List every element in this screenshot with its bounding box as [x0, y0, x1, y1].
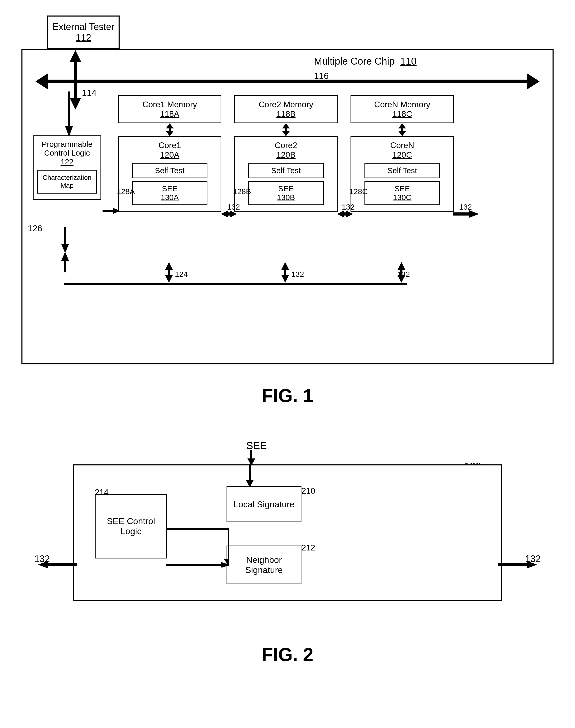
- neighbor-sig-ref: 212: [301, 543, 315, 553]
- see-title-label: SEE: [246, 440, 267, 452]
- svg-marker-53: [222, 562, 230, 567]
- svg-marker-14: [166, 131, 174, 136]
- coren-selftest-box: Self Test: [365, 163, 440, 178]
- ref-132-4: 132: [291, 270, 304, 278]
- svg-marker-20: [398, 131, 406, 136]
- coren-mem-to-core-arrow: [398, 123, 406, 136]
- ref-132-3: 132: [459, 203, 472, 211]
- bottom-bus-line: [64, 282, 407, 287]
- see2-to-seen-arrow: [337, 210, 353, 218]
- fig1-label: FIG. 1: [21, 385, 554, 406]
- core2-mem-to-core-arrow: [282, 123, 290, 136]
- pcl-label: Programmable Control Logic: [37, 140, 97, 157]
- svg-rect-11: [64, 260, 66, 272]
- pcl-down-arrow: [61, 227, 69, 253]
- chip-title: Multiple Core Chip 110: [314, 56, 417, 67]
- core2-selftest-box: Self Test: [248, 163, 324, 178]
- ref-132-2: 132: [342, 203, 354, 211]
- svg-marker-44: [246, 480, 253, 487]
- fig2-132-right: 132: [525, 554, 541, 564]
- svg-marker-18: [398, 123, 406, 128]
- core1-mem-to-core-arrow: [166, 123, 174, 136]
- svg-rect-6: [68, 92, 70, 132]
- svg-rect-1: [48, 79, 527, 83]
- svg-marker-15: [282, 123, 290, 128]
- svg-rect-19: [401, 128, 403, 131]
- coren-see-box: SEE 130C: [365, 181, 440, 205]
- svg-marker-22: [113, 208, 120, 214]
- see-to-local-sig-arrow: [246, 465, 253, 487]
- svg-rect-4: [74, 61, 77, 98]
- svg-rect-16: [285, 128, 287, 131]
- neighbor-connect-h: [166, 562, 230, 567]
- seen-right-arrow: [453, 210, 479, 218]
- control-to-neighbor-sig-line: [167, 516, 229, 566]
- svg-marker-25: [230, 210, 237, 218]
- coren-box: CoreN 120C Self Test SEE 130C: [350, 136, 454, 212]
- fig2-label: FIG. 2: [21, 644, 554, 665]
- svg-marker-37: [398, 262, 405, 270]
- external-tester-box: External Tester 112: [47, 15, 120, 49]
- see-control-logic-box: SEE Control Logic: [95, 494, 167, 559]
- bus-116-arrow: [35, 72, 540, 91]
- core1-bottom-arrow: [165, 262, 173, 283]
- local-sig-ref: 210: [301, 486, 315, 496]
- see-control-ref: 214: [95, 487, 108, 497]
- pcl-to-bus-line: [65, 92, 73, 137]
- coren-bottom-arrow: [398, 262, 405, 283]
- svg-rect-40: [64, 283, 407, 285]
- svg-rect-47: [498, 563, 528, 566]
- svg-rect-13: [169, 128, 171, 131]
- bus-116-label: 116: [314, 71, 329, 81]
- svg-marker-30: [469, 210, 479, 218]
- svg-rect-46: [47, 563, 77, 566]
- core1-box: Core1 120A Self Test SEE 130A: [118, 136, 222, 212]
- svg-marker-28: [346, 210, 353, 218]
- core2-box: Core2 120B Self Test SEE 130B: [234, 136, 338, 212]
- core1-memory-box: Core1 Memory 118A: [118, 95, 222, 123]
- local-sig-box: Local Signature: [227, 486, 301, 522]
- ref-128c: 128C: [349, 187, 368, 196]
- see-title-arrow: [247, 450, 255, 466]
- core1-see-box: SEE 130A: [132, 181, 208, 205]
- svg-marker-34: [281, 262, 289, 270]
- svg-marker-2: [527, 73, 540, 90]
- see1-to-see2-arrow: [221, 210, 237, 218]
- ref-124: 124: [175, 270, 188, 278]
- pcl-box: Programmable Control Logic 122 Character…: [33, 135, 101, 200]
- neighbor-sig-box: Neighbor Signature: [227, 545, 301, 584]
- svg-marker-7: [65, 126, 73, 137]
- pcl-ref: 122: [37, 157, 97, 166]
- pcl-up-from-bottom: [61, 252, 69, 272]
- svg-marker-3: [70, 50, 81, 62]
- svg-marker-17: [282, 131, 290, 136]
- coren-memory-box: CoreN Memory 118C: [350, 95, 454, 123]
- fig2-132-left: 132: [34, 554, 50, 564]
- core2-bottom-arrow: [281, 262, 289, 283]
- pcl-126-label: 126: [28, 223, 42, 233]
- ref-128a: 128A: [117, 187, 135, 196]
- ref-132-1: 132: [227, 203, 240, 211]
- see-main-box: SEE Control Logic 214 Local Signature 21…: [73, 464, 502, 601]
- svg-rect-43: [249, 465, 251, 482]
- external-tester-ref: 112: [76, 32, 91, 43]
- char-map-box: Characterization Map: [37, 170, 97, 194]
- core2-memory-box: Core2 Memory 118B: [234, 95, 338, 123]
- svg-marker-26: [337, 210, 344, 218]
- svg-rect-52: [166, 564, 225, 566]
- svg-marker-0: [35, 73, 48, 90]
- core1-selftest-box: Self Test: [132, 163, 208, 178]
- svg-marker-10: [61, 252, 69, 261]
- svg-marker-31: [165, 262, 173, 270]
- connection-114-label: 114: [82, 88, 97, 98]
- core2-see-box: SEE 130B: [248, 181, 324, 205]
- char-map-label: Characterization Map: [40, 174, 94, 190]
- svg-rect-29: [453, 212, 471, 216]
- ref-128b: 128B: [233, 187, 251, 196]
- external-tester-label: External Tester: [53, 22, 114, 32]
- pcl-to-core1-see-arrow: [103, 208, 120, 214]
- svg-marker-12: [166, 123, 174, 128]
- svg-marker-23: [221, 210, 228, 218]
